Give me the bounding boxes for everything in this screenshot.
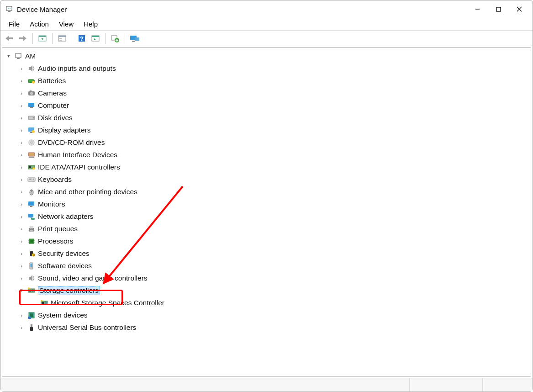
tree-category-13[interactable]: ›Print queues	[2, 222, 531, 235]
svg-rect-75	[33, 254, 34, 256]
chevron-right-icon[interactable]: ›	[18, 312, 25, 319]
tree-child-18-0[interactable]: Microsoft Storage Spaces Controller	[2, 297, 531, 309]
svg-rect-39	[30, 107, 33, 108]
menu-help[interactable]: Help	[79, 19, 102, 29]
usb-icon	[27, 323, 36, 332]
svg-rect-14	[58, 36, 66, 37]
tree-category-4[interactable]: ›Disk drives	[2, 111, 531, 124]
tree-category-2[interactable]: ›Cameras	[2, 87, 531, 99]
tree-root[interactable]: ▾AM	[2, 50, 531, 62]
tree-category-10[interactable]: ›Mice and other pointing devices	[2, 185, 531, 198]
svg-rect-60	[30, 206, 32, 207]
chevron-right-icon[interactable]: ›	[18, 324, 25, 331]
svg-rect-53	[29, 179, 30, 180]
window-controls	[467, 2, 530, 16]
svg-rect-59	[28, 201, 34, 206]
chevron-down-icon[interactable]: ▾	[18, 287, 25, 294]
close-button[interactable]	[509, 2, 530, 16]
chevron-right-icon[interactable]: ›	[18, 188, 25, 196]
tree-item-label: Display adapters	[38, 126, 90, 134]
toolbar-scan-hardware[interactable]	[90, 32, 101, 44]
svg-rect-54	[30, 179, 31, 180]
printer-icon	[27, 224, 36, 233]
chevron-right-icon[interactable]: ›	[18, 139, 25, 146]
svg-rect-80	[29, 290, 31, 291]
chevron-right-icon[interactable]: ›	[18, 90, 25, 97]
svg-rect-77	[31, 264, 32, 267]
tree-item-label: Human Interface Devices	[38, 151, 117, 159]
tree-item-label: Security devices	[38, 249, 90, 258]
tree-item-label: Universal Serial Bus controllers	[38, 323, 136, 332]
tree-item-label: IDE ATA/ATAPI controllers	[38, 163, 120, 171]
disk-icon	[27, 113, 36, 122]
tree-category-8[interactable]: ›IDE ATA/ATAPI controllers	[2, 161, 531, 173]
tree-category-17[interactable]: ›Sound, video and game controllers	[2, 272, 531, 284]
tree-category-14[interactable]: ›Processors	[2, 235, 531, 247]
tree-category-18[interactable]: ▾Storage controllers	[2, 284, 531, 297]
toolbar-back[interactable]	[3, 32, 15, 44]
tree-item-label: AM	[25, 52, 36, 60]
device-manager-window: Device Manager File Action View Help ? ▾…	[0, 0, 533, 392]
chevron-right-icon[interactable]: ›	[18, 262, 25, 270]
chevron-right-icon[interactable]: ›	[18, 213, 25, 220]
chevron-down-icon[interactable]: ▾	[5, 53, 12, 60]
chevron-right-icon[interactable]: ›	[18, 225, 25, 233]
tree-item-label: Disk drives	[38, 114, 73, 122]
toolbar-show-hidden[interactable]	[37, 32, 48, 44]
chevron-right-icon[interactable]: ›	[18, 201, 25, 208]
tree-category-7[interactable]: ›Human Interface Devices	[2, 148, 531, 161]
chevron-right-icon[interactable]: ›	[18, 102, 25, 109]
toolbar-forward[interactable]	[17, 32, 29, 44]
tree-category-5[interactable]: ›Display adapters	[2, 124, 531, 136]
svg-rect-43	[30, 132, 32, 133]
menubar: File Action View Help	[0, 18, 533, 31]
chevron-right-icon[interactable]: ›	[18, 151, 25, 159]
dvd-icon	[27, 138, 36, 147]
tree-category-15[interactable]: ›Security devices	[2, 247, 531, 260]
chevron-right-icon[interactable]: ›	[18, 127, 25, 134]
tree-item-label: Processors	[38, 237, 74, 245]
menu-file[interactable]: File	[4, 19, 24, 29]
device-tree-pane[interactable]: ▾AM›Audio inputs and outputs›Batteries›C…	[2, 48, 531, 376]
tree-category-12[interactable]: ›Network adapters	[2, 210, 531, 222]
speaker-icon	[27, 64, 36, 73]
svg-rect-68	[30, 240, 33, 243]
chevron-right-icon[interactable]: ›	[18, 238, 25, 245]
tree-item-label: Software devices	[38, 262, 92, 270]
chevron-right-icon[interactable]: ›	[18, 114, 25, 122]
tree-category-3[interactable]: ›Computer	[2, 99, 531, 111]
toolbar-add-legacy[interactable]	[109, 32, 121, 44]
tree-category-19[interactable]: ›System devices	[2, 309, 531, 321]
minimize-button[interactable]	[467, 2, 488, 16]
chevron-right-icon[interactable]: ›	[18, 65, 25, 72]
storage-icon	[27, 286, 36, 295]
tree-category-9[interactable]: ›Keyboards	[2, 173, 531, 185]
tree-category-20[interactable]: ›Universal Serial Bus controllers	[2, 321, 531, 334]
chevron-right-icon[interactable]: ›	[18, 77, 25, 85]
device-tree: ▾AM›Audio inputs and outputs›Batteries›C…	[2, 50, 531, 334]
svg-rect-30	[17, 58, 20, 59]
chevron-right-icon[interactable]: ›	[18, 275, 25, 282]
menu-view[interactable]: View	[54, 19, 78, 29]
svg-rect-50	[29, 166, 31, 168]
tree-category-16[interactable]: ›Software devices	[2, 260, 531, 272]
ide-icon	[27, 163, 36, 172]
toolbar-properties[interactable]	[56, 32, 68, 44]
chevron-right-icon[interactable]: ›	[18, 250, 25, 257]
svg-point-3	[10, 8, 11, 9]
chevron-right-icon[interactable]: ›	[18, 176, 25, 183]
tree-category-11[interactable]: ›Monitors	[2, 198, 531, 210]
svg-rect-20	[92, 36, 99, 37]
toolbar-remote[interactable]	[129, 32, 141, 44]
cpu-icon	[27, 237, 36, 246]
tree-category-1[interactable]: ›Batteries	[2, 74, 531, 87]
maximize-button[interactable]	[488, 2, 509, 16]
tree-category-0[interactable]: ›Audio inputs and outputs	[2, 62, 531, 74]
svg-point-34	[32, 81, 35, 84]
svg-rect-15	[59, 38, 62, 39]
chevron-right-icon[interactable]: ›	[18, 164, 25, 171]
toolbar-help[interactable]: ?	[76, 32, 88, 44]
menu-action[interactable]: Action	[25, 19, 53, 29]
svg-marker-9	[19, 36, 26, 41]
tree-category-6[interactable]: ›DVD/CD-ROM drives	[2, 136, 531, 148]
